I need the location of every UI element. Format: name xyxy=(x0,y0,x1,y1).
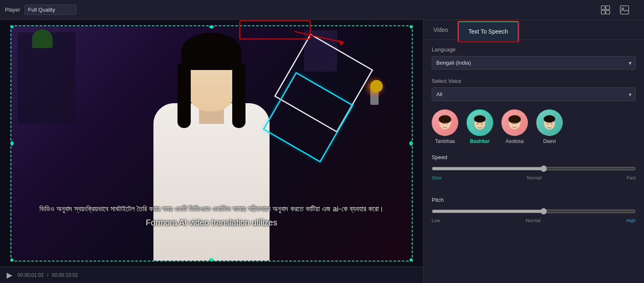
grid-icon xyxy=(601,5,610,15)
svg-point-17 xyxy=(515,123,518,124)
svg-point-15 xyxy=(508,115,521,123)
voice-select-wrapper: All Female Male xyxy=(432,87,636,101)
svg-point-16 xyxy=(512,123,514,124)
svg-point-19 xyxy=(544,115,555,123)
speed-label: Speed xyxy=(432,154,636,160)
video-container: ভিডিও অনুবাদ স্বয়ংক্রিয়ভাবে সাবটাইটেল … xyxy=(0,20,423,266)
handle-top-right[interactable] xyxy=(409,25,413,29)
voice-select[interactable]: All Female Male xyxy=(432,87,636,101)
avatar-daevi-face xyxy=(540,113,559,133)
avatar-bashkar-circle xyxy=(467,109,493,136)
timeline-bar: ▶ 00:00:01:02 / 00:00:10:02 xyxy=(0,266,423,283)
timeline-separator: / xyxy=(47,272,48,278)
avatar-bashkar-face xyxy=(471,113,489,133)
svg-point-20 xyxy=(547,123,549,125)
tab-text-to-speech[interactable]: Text To Speech xyxy=(458,22,518,41)
language-label: Language xyxy=(432,46,636,53)
svg-point-12 xyxy=(477,123,479,125)
svg-point-9 xyxy=(446,123,448,124)
svg-point-7 xyxy=(439,115,451,123)
speed-section: Speed Slow Normal Fast xyxy=(432,154,636,189)
svg-rect-3 xyxy=(606,10,610,14)
speed-slider[interactable] xyxy=(432,165,636,172)
select-voice-label: Select Voice xyxy=(432,78,636,84)
room-lamp-bulb xyxy=(370,80,383,92)
timeline-total-time: 00:00:10:02 xyxy=(52,272,78,278)
handle-bottom-mid[interactable] xyxy=(209,258,214,261)
pitch-label: Pitch xyxy=(432,197,636,203)
svg-point-13 xyxy=(481,123,483,125)
play-button[interactable]: ▶ xyxy=(5,269,14,281)
speed-normal-label: Normal xyxy=(527,175,541,180)
speed-slider-wrapper: Slow Normal Fast xyxy=(432,165,636,189)
pitch-section: Pitch Low Normal High xyxy=(432,197,636,231)
voice-avatars-row: Tanishaa Bash xyxy=(432,109,636,144)
pitch-slider[interactable] xyxy=(432,208,636,215)
voice-section: Select Voice All Female Male xyxy=(432,78,636,101)
language-select-wrapper: Bengali (India) English (US) Hindi (Indi… xyxy=(432,56,636,70)
svg-rect-0 xyxy=(601,6,605,10)
person-shirt xyxy=(153,103,270,261)
svg-rect-4 xyxy=(620,6,629,14)
svg-point-11 xyxy=(474,115,486,123)
svg-rect-2 xyxy=(601,10,605,14)
person-hair-right xyxy=(232,64,245,128)
image-icon xyxy=(620,5,629,15)
subtitles-overlay: ভিডিও অনুবাদ স্বয়ংক্রিয়ভাবে সাবটাইটেল … xyxy=(11,204,412,227)
svg-point-8 xyxy=(442,123,445,124)
avatar-asotosa-face xyxy=(505,113,524,133)
avatar-tanishaa-circle xyxy=(432,109,458,136)
room-plant xyxy=(32,29,53,48)
voice-bashkar[interactable]: Bashkar xyxy=(467,109,493,144)
image-view-button[interactable] xyxy=(618,4,631,16)
tab-video[interactable]: Video xyxy=(423,20,458,39)
avatar-bashkar-name: Bashkar xyxy=(470,138,489,144)
speed-fast-label: Fast xyxy=(627,175,636,180)
subtitle-english: Formora AI video translation utilizes xyxy=(28,218,395,227)
avatar-tanishaa-face xyxy=(436,113,454,133)
person xyxy=(145,53,278,261)
top-bar-icons xyxy=(599,4,631,16)
avatar-tanishaa-name: Tanishaa xyxy=(435,138,455,144)
quality-select[interactable]: Full Quality High Quality Medium Quality… xyxy=(24,5,76,15)
language-select[interactable]: Bengali (India) English (US) Hindi (Indi… xyxy=(432,56,636,70)
panel-content: Language Bengali (India) English (US) Hi… xyxy=(423,40,644,283)
top-bar-left: Player Full Quality High Quality Medium … xyxy=(5,5,76,15)
speed-labels: Slow Normal Fast xyxy=(432,175,636,180)
avatar-asotosa-name: Asotosa xyxy=(505,138,523,144)
player-label: Player xyxy=(5,7,20,13)
top-bar: Player Full Quality High Quality Medium … xyxy=(0,0,644,20)
svg-rect-1 xyxy=(606,6,610,10)
video-frame[interactable]: ভিডিও অনুবাদ স্বয়ংক্রিয়ভাবে সাবটাইটেল … xyxy=(10,25,413,261)
pitch-low-label: Low xyxy=(432,218,440,223)
voice-asotosa[interactable]: Asotosa xyxy=(501,109,528,144)
avatar-daevi-name: Daevi xyxy=(543,138,556,144)
avatar-daevi-circle xyxy=(536,109,563,136)
person-hair-left xyxy=(177,64,191,128)
pitch-labels: Low Normal High xyxy=(432,218,636,223)
speed-slow-label: Slow xyxy=(432,175,442,180)
voice-daevi[interactable]: Daevi xyxy=(536,109,563,144)
voice-tanishaa[interactable]: Tanishaa xyxy=(432,109,458,144)
handle-mid-right[interactable] xyxy=(409,141,413,146)
avatar-asotosa-circle xyxy=(501,109,528,136)
right-panel-tabs: Video Text To Speech xyxy=(423,20,644,40)
video-area: ভিডিও অনুবাদ স্বয়ংক্রিয়ভাবে সাবটাইটেল … xyxy=(0,20,423,283)
svg-point-21 xyxy=(551,123,553,125)
subtitle-bengali: ভিডিও অনুবাদ স্বয়ংক্রিয়ভাবে সাবটাইটেল … xyxy=(28,204,395,214)
timeline-current-time: 00:00:01:02 xyxy=(17,272,44,278)
right-panel: Video Text To Speech Language Bengali (I… xyxy=(423,20,644,283)
pitch-high-label: High xyxy=(626,218,636,223)
pitch-slider-wrapper: Low Normal High xyxy=(432,208,636,231)
language-section: Language Bengali (India) English (US) Hi… xyxy=(432,46,636,70)
pitch-normal-label: Normal xyxy=(526,218,540,223)
geo-shapes xyxy=(279,47,370,171)
grid-view-button[interactable] xyxy=(599,4,612,16)
handle-bottom-right[interactable] xyxy=(409,258,413,261)
